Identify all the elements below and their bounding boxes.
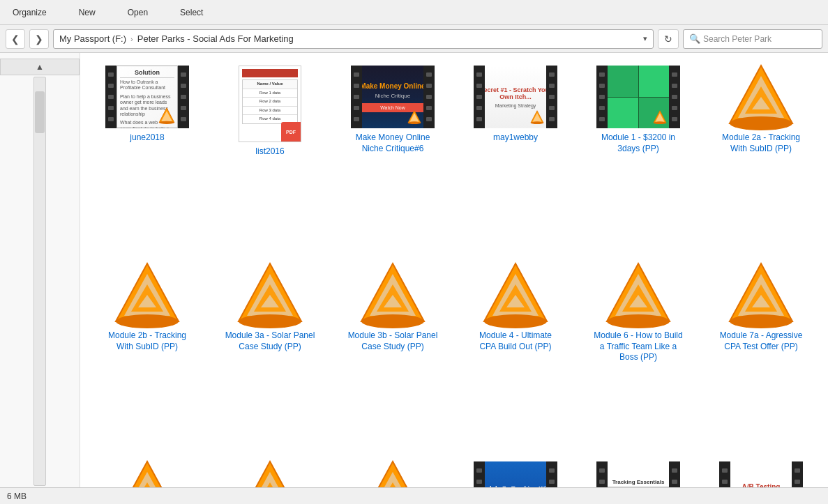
file-thumbnail: Solution How to Outrank a Profitable Con… [105, 66, 189, 128]
svg-point-46 [730, 314, 792, 328]
video-content: Secret #1 - Scratch Your Own Itch... Mar… [474, 66, 557, 128]
main-layout: ▲ ▼ Solution How to Outrank a Profitable… [0, 53, 828, 504]
svg-point-8 [531, 121, 543, 124]
file-thumbnail [719, 66, 803, 128]
file-grid: Solution How to Outrank a Profitable Con… [80, 53, 828, 504]
scroll-up-button[interactable]: ▲ [0, 59, 80, 75]
file-thumbnail [105, 264, 189, 326]
breadcrumb-current: Peter Parks - Social Ads For Marketing [137, 33, 294, 44]
file-label: Module 2b - Tracking With SubID (PP) [102, 330, 193, 352]
search-box[interactable]: 🔍 Search Peter Park [683, 29, 822, 49]
search-icon: 🔍 [689, 33, 700, 44]
sidebar: ▲ ▼ [0, 53, 80, 504]
status-text: 6 MB [7, 491, 27, 501]
list-item[interactable]: Module 3b - Solar Panel Case Study (PP) [333, 258, 453, 453]
file-thumbnail [719, 264, 803, 326]
refresh-button[interactable]: ↻ [658, 29, 679, 49]
list-item[interactable]: Module 7a - Agressive CPA Test Offer (PP… [701, 258, 821, 453]
svg-point-21 [116, 314, 179, 328]
svg-point-36 [484, 314, 547, 328]
film-strip-right [178, 66, 189, 128]
file-thumbnail: Secret #1 - Scratch Your Own Itch... Mar… [474, 66, 557, 128]
film-strip-left [351, 66, 362, 128]
svg-point-11 [654, 121, 666, 124]
film-strip-left [105, 66, 116, 128]
status-bar: 6 MB [0, 487, 828, 504]
file-label: june2018 [130, 132, 164, 144]
file-label: Module 2a - Tracking With SubID (PP) [716, 132, 806, 154]
svg-point-26 [239, 314, 301, 328]
file-label: Module 3a - Solar Panel Case Study (PP) [225, 330, 315, 352]
list-item[interactable]: Module 2a - Tracking With SubID (PP) [701, 60, 821, 255]
breadcrumb[interactable]: My Passport (F:) › Peter Parks - Social … [53, 29, 654, 49]
film-strip-right [546, 66, 557, 128]
file-thumbnail [596, 264, 680, 326]
list-item[interactable]: Name / Value Row 1 data Row 2 data Row 3… [210, 60, 330, 255]
list-item[interactable]: Make Money Online Niche Critique Watch N… [333, 60, 453, 255]
file-label: Module 3b - Solar Panel Case Study (PP) [347, 330, 438, 352]
film-strip-left [474, 66, 485, 128]
svg-point-5 [408, 121, 421, 124]
list-item[interactable]: Module 1 - $3200 in 3days (PP) [578, 60, 698, 255]
toolbar: Organize New Open Select [0, 0, 828, 25]
organize-button[interactable]: Organize [7, 5, 52, 20]
video-content [596, 66, 680, 128]
file-label: Make Money Online Niche Critique#6 [347, 132, 438, 154]
file-label: Module 1 - $3200 in 3days (PP) [593, 132, 684, 154]
video-content: Make Money Online Niche Critique Watch N… [351, 66, 435, 128]
video-content: Solution How to Outrank a Profitable Con… [105, 66, 189, 128]
file-thumbnail [596, 66, 680, 128]
list-item[interactable]: Module 4 - Ultimate CPA Build Out (PP) [456, 258, 575, 453]
list-item[interactable]: Module 2b - Tracking With SubID (PP) [87, 258, 207, 453]
breadcrumb-separator: › [130, 35, 133, 43]
scroll-thumb[interactable] [35, 91, 45, 133]
file-label: Module 4 - Ultimate CPA Build Out (PP) [470, 330, 561, 352]
file-thumbnail: Name / Value Row 1 data Row 2 data Row 3… [228, 66, 312, 142]
film-strip-right [669, 66, 680, 128]
file-label: Module 7a - Agressive CPA Test Offer (PP… [716, 330, 806, 352]
open-button[interactable]: Open [122, 5, 153, 20]
file-label: Module 6 - How to Build a Traffic Team L… [593, 330, 684, 363]
select-button[interactable]: Select [174, 5, 209, 20]
search-placeholder: Search Peter Park [703, 34, 771, 44]
file-label: list2016 [255, 146, 284, 158]
file-thumbnail: Make Money Online Niche Critique Watch N… [351, 66, 435, 128]
film-strip-right [423, 66, 435, 128]
film-strip-left [596, 66, 608, 128]
forward-button[interactable]: ❯ [29, 29, 49, 49]
new-button[interactable]: New [73, 5, 101, 20]
svg-point-41 [607, 314, 670, 328]
svg-point-2 [159, 121, 174, 124]
file-label: may1webby [493, 132, 538, 144]
svg-point-16 [730, 116, 792, 130]
svg-point-31 [361, 314, 424, 328]
breadcrumb-root: My Passport (F:) [59, 33, 126, 44]
list-item[interactable]: Solution How to Outrank a Profitable Con… [87, 60, 207, 255]
chevron-down-icon[interactable]: ▾ [643, 34, 647, 43]
file-thumbnail [351, 264, 435, 326]
file-thumbnail [228, 264, 312, 326]
list-item[interactable]: Module 6 - How to Build a Traffic Team L… [578, 258, 698, 453]
file-thumbnail [474, 264, 557, 326]
list-item[interactable]: Module 3a - Solar Panel Case Study (PP) [210, 258, 330, 453]
address-bar: ❮ ❯ My Passport (F:) › Peter Parks - Soc… [0, 25, 828, 53]
scroll-track[interactable] [33, 77, 46, 486]
list-item[interactable]: Secret #1 - Scratch Your Own Itch... Mar… [456, 60, 575, 255]
back-button[interactable]: ❮ [6, 29, 25, 49]
